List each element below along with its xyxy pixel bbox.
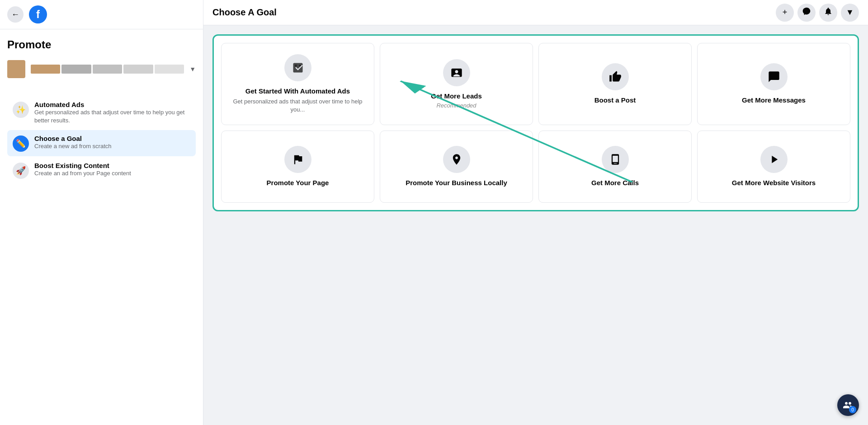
boost-existing-label: Boost Existing Content [34, 162, 131, 169]
get-more-messages-card-text: Get More Messages [742, 96, 806, 105]
boost-post-card-text: Boost a Post [594, 96, 636, 105]
page-color-swatches [31, 65, 184, 74]
sidebar-content: Promote ▼ ✨ Automated Ads Get personaliz… [0, 29, 203, 192]
sidebar-nav: ✨ Automated Ads Get personalized ads tha… [7, 96, 196, 183]
goal-card-get-more-calls[interactable]: Get More Calls [538, 131, 692, 203]
choose-goal-label: Choose a Goal [34, 135, 112, 142]
choose-goal-sublabel: Create a new ad from scratch [34, 142, 112, 150]
get-more-messages-card-icon [760, 63, 788, 90]
get-more-leads-card-text: Get More Leads Recommended [431, 92, 482, 109]
widget-badge: 0 [849, 406, 856, 413]
goal-card-promote-page[interactable]: Promote Your Page [221, 131, 374, 203]
bell-icon [824, 7, 833, 18]
promote-page-card-title: Promote Your Page [267, 178, 329, 187]
page-selector-chevron-icon[interactable]: ▼ [189, 65, 196, 73]
more-website-visitors-card-title: Get More Website Visitors [732, 178, 816, 187]
swatch-1 [31, 65, 60, 74]
boost-existing-sublabel: Create an ad from your Page content [34, 169, 131, 177]
boost-post-card-title: Boost a Post [594, 96, 636, 105]
plus-button[interactable]: + [776, 4, 794, 22]
sidebar-top-nav: ← f [0, 0, 203, 29]
get-more-leads-card-title: Get More Leads [431, 92, 482, 101]
dropdown-button[interactable]: ▼ [841, 4, 859, 22]
goal-grid: Get Started With Automated Ads Get perso… [221, 43, 850, 203]
get-more-calls-card-icon [602, 146, 629, 173]
automated-ads-card-text: Get Started With Automated Ads Get perso… [229, 87, 367, 114]
automated-ads-card-icon [284, 54, 311, 81]
svg-point-2 [295, 65, 297, 67]
automated-ads-sublabel: Get personalized ads that adjust over ti… [34, 108, 190, 125]
messenger-icon [802, 7, 811, 18]
promote-locally-card-icon [443, 146, 470, 173]
sidebar-item-automated-ads[interactable]: ✨ Automated Ads Get personalized ads tha… [7, 96, 196, 129]
sidebar: ← f Promote ▼ ✨ Automated Ads [0, 0, 203, 425]
swatch-2 [61, 65, 91, 74]
get-more-messages-card-title: Get More Messages [742, 96, 806, 105]
sidebar-item-choose-a-goal[interactable]: ✏️ Choose a Goal Create a new ad from sc… [7, 130, 196, 156]
boost-post-card-icon [602, 63, 629, 90]
svg-rect-4 [613, 156, 618, 162]
promote-locally-card-text: Promote Your Business Locally [406, 178, 507, 187]
goal-card-promote-locally[interactable]: Promote Your Business Locally [380, 131, 533, 203]
boost-existing-text: Boost Existing Content Create an ad from… [34, 162, 131, 177]
swatch-4 [123, 65, 153, 74]
promote-page-card-text: Promote Your Page [267, 178, 329, 187]
page-heading: Choose A Goal [212, 7, 277, 18]
plus-icon: + [783, 8, 788, 17]
goal-grid-container: Get Started With Automated Ads Get perso… [212, 34, 859, 211]
goal-card-get-more-leads[interactable]: Get More Leads Recommended [380, 43, 533, 125]
automated-ads-icon: ✨ [13, 102, 29, 118]
more-website-visitors-card-text: Get More Website Visitors [732, 178, 816, 187]
facebook-logo: f [29, 5, 47, 23]
promote-locally-card-title: Promote Your Business Locally [406, 178, 507, 187]
notifications-button[interactable] [819, 4, 837, 22]
automated-ads-card-title: Get Started With Automated Ads [229, 87, 367, 96]
choose-goal-icon: ✏️ [13, 135, 29, 152]
more-website-visitors-card-icon [760, 146, 788, 173]
messenger-button[interactable] [797, 4, 816, 22]
automated-ads-label: Automated Ads [34, 101, 190, 108]
goal-area: Get Started With Automated Ads Get perso… [203, 25, 868, 425]
promote-page-card-icon [284, 146, 311, 173]
fb-letter: f [36, 8, 40, 21]
bottom-right-widget[interactable]: 0 [837, 394, 859, 416]
get-more-calls-card-text: Get More Calls [591, 178, 639, 187]
get-more-leads-card-icon [443, 59, 470, 86]
goal-card-boost-post[interactable]: Boost a Post [538, 43, 692, 125]
top-bar-actions: + ▼ [776, 4, 859, 22]
swatch-5 [155, 65, 184, 74]
get-more-leads-card-subtitle: Recommended [431, 102, 482, 109]
page-selector[interactable]: ▼ [7, 60, 196, 85]
svg-rect-5 [613, 163, 617, 163]
automated-ads-text: Automated Ads Get personalized ads that … [34, 101, 190, 125]
goal-card-more-website-visitors[interactable]: Get More Website Visitors [697, 131, 850, 203]
page-avatar [7, 60, 25, 78]
goal-card-automated-ads[interactable]: Get Started With Automated Ads Get perso… [221, 43, 374, 125]
back-arrow-icon: ← [11, 10, 19, 19]
main-content: Choose A Goal + ▼ [203, 0, 868, 425]
choose-goal-text: Choose a Goal Create a new ad from scrat… [34, 135, 112, 150]
boost-existing-icon: 🚀 [13, 163, 29, 179]
back-button[interactable]: ← [7, 6, 24, 23]
top-bar: Choose A Goal + ▼ [203, 0, 868, 25]
get-more-calls-card-title: Get More Calls [591, 178, 639, 187]
sidebar-item-boost-existing[interactable]: 🚀 Boost Existing Content Create an ad fr… [7, 157, 196, 183]
automated-ads-card-desc: Get personalized ads that adjust over ti… [229, 98, 367, 114]
chevron-down-icon: ▼ [846, 8, 854, 17]
goal-card-get-more-messages[interactable]: Get More Messages [697, 43, 850, 125]
swatch-3 [93, 65, 122, 74]
sidebar-title: Promote [7, 38, 196, 51]
